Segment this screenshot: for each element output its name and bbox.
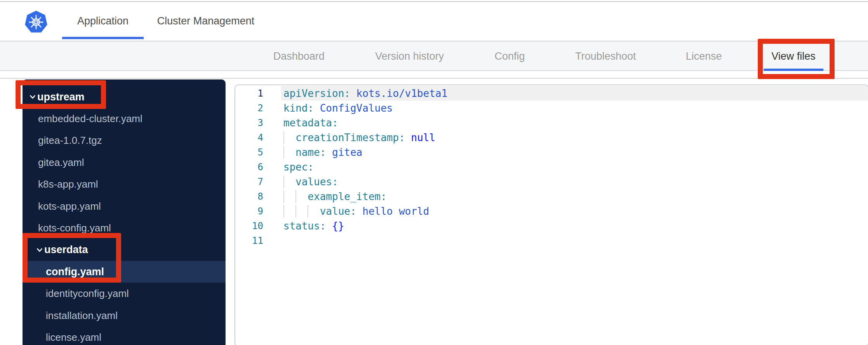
code-line[interactable]: 10status: {} (235, 219, 868, 233)
line-number: 6 (235, 160, 263, 174)
sidebar-item-gitea-yaml[interactable]: gitea.yaml (23, 152, 226, 173)
code-text: spec: (283, 160, 314, 174)
sidebar-item-label: kots-config.yaml (38, 222, 111, 234)
code-line[interactable]: 3metadata: (235, 116, 868, 130)
code-token-key: apiVersion: (283, 88, 350, 99)
code-lines: 1apiVersion: kots.io/v1beta12kind: Confi… (235, 86, 868, 248)
code-token-val: gitea (326, 147, 363, 158)
subnav-tab-version-history[interactable]: Version history (375, 41, 444, 71)
code-token-kw: null (405, 132, 435, 143)
sidebar-item-license-yaml[interactable]: license.yaml (23, 326, 226, 345)
sidebar-item-k8s-app-yaml[interactable]: k8s-app.yaml (23, 174, 226, 195)
line-number: 4 (235, 130, 263, 145)
subnav-tab-config[interactable]: Config (495, 41, 525, 71)
subnav-tab-view-files[interactable]: View files (771, 41, 816, 71)
sidebar-item-identityconfig-yaml[interactable]: identityconfig.yaml (23, 283, 226, 305)
topbar: Application Cluster Management (0, 2, 868, 41)
subnav: DashboardVersion historyConfigTroublesho… (0, 41, 868, 71)
code-line[interactable]: 6spec: (235, 160, 868, 174)
line-number: 1 (235, 86, 263, 101)
code-token-val: kots.io/v1beta1 (350, 88, 447, 99)
chevron-down-icon (29, 93, 36, 101)
code-token-val: hello world (356, 205, 429, 217)
line-number: 5 (235, 145, 263, 160)
code-text: apiVersion: kots.io/v1beta1 (283, 86, 448, 101)
code-token-key: kind: (283, 102, 314, 114)
code-token-key: creationTimestamp: (283, 132, 405, 143)
file-tree-sidebar: upstreamembedded-cluster.yamlgitea-1.0.7… (23, 79, 226, 345)
code-token-plain (326, 220, 332, 232)
sidebar-item-label: installation.yaml (46, 310, 118, 322)
code-line[interactable]: 9 value: hello world (235, 204, 868, 219)
sidebar-item-kots-app-yaml[interactable]: kots-app.yaml (23, 195, 226, 217)
code-text: status: {} (283, 219, 344, 233)
code-line[interactable]: 1apiVersion: kots.io/v1beta1 (235, 86, 868, 101)
chevron-down-icon (36, 246, 43, 254)
subnav-tab-troubleshoot[interactable]: Troubleshoot (575, 41, 636, 71)
file-editor[interactable]: 1apiVersion: kots.io/v1beta12kind: Confi… (234, 85, 868, 345)
subnav-tab-license[interactable]: License (686, 41, 722, 71)
sidebar-item-label: kots-app.yaml (38, 200, 101, 212)
sidebar-item-embedded-cluster-yaml[interactable]: embedded-cluster.yaml (23, 108, 226, 129)
subnav-tab-dashboard[interactable]: Dashboard (273, 41, 325, 71)
subnav-bottom-border (0, 78, 868, 79)
sidebar-item-label: k8s-app.yaml (38, 178, 98, 190)
code-text: values: (283, 174, 338, 189)
code-text: creationTimestamp: null (283, 130, 435, 145)
topbar-tab-cluster-management[interactable]: Cluster Management (148, 2, 264, 40)
line-number: 9 (235, 204, 263, 219)
code-token-kw: {} (332, 220, 344, 232)
sidebar-item-label: gitea-1.0.7.tgz (38, 135, 102, 147)
code-token-key: values: (283, 176, 338, 188)
code-token-key: spec: (283, 161, 314, 173)
line-number: 10 (235, 219, 263, 233)
sidebar-item-label: userdata (44, 244, 88, 256)
code-text: example_item: (283, 189, 387, 204)
code-text: kind: ConfigValues (283, 101, 393, 116)
sidebar-item-label: embedded-cluster.yaml (38, 113, 142, 125)
sidebar-item-label: license.yaml (46, 331, 101, 343)
sidebar-item-label: upstream (37, 91, 85, 103)
sidebar-item-config-yaml[interactable]: config.yaml (23, 261, 226, 283)
line-number: 7 (235, 174, 263, 189)
code-line[interactable]: 8 example_item: (235, 189, 868, 204)
code-token-key: name: (283, 147, 326, 158)
code-token-key: metadata: (283, 117, 338, 129)
sidebar-item-label: config.yaml (46, 266, 104, 278)
code-text: value: hello world (283, 204, 429, 219)
topbar-tab-application[interactable]: Application (62, 2, 144, 40)
sidebar-item-label: identityconfig.yaml (46, 288, 129, 300)
sidebar-item-label: gitea.yaml (38, 157, 84, 169)
sidebar-item-installation-yaml[interactable]: installation.yaml (23, 305, 226, 326)
line-number: 3 (235, 116, 263, 130)
kubernetes-logo-icon (25, 10, 47, 33)
sidebar-item-upstream[interactable]: upstream (23, 86, 226, 108)
line-number: 11 (235, 233, 263, 248)
code-line[interactable]: 5 name: gitea (235, 145, 868, 160)
sidebar-item-gitea-1-0-7-tgz[interactable]: gitea-1.0.7.tgz (23, 130, 226, 152)
code-token-key: example_item: (283, 191, 387, 202)
code-line[interactable]: 4 creationTimestamp: null (235, 130, 868, 145)
code-token-key: status: (283, 220, 326, 232)
sidebar-item-kots-config-yaml[interactable]: kots-config.yaml (23, 217, 226, 239)
line-number: 2 (235, 101, 263, 116)
code-text: metadata: (283, 116, 338, 130)
sidebar-item-userdata[interactable]: userdata (23, 239, 226, 261)
code-token-key: value: (283, 205, 356, 217)
code-line[interactable]: 2kind: ConfigValues (235, 101, 868, 116)
line-number: 8 (235, 189, 263, 204)
code-line[interactable]: 7 values: (235, 174, 868, 189)
code-text: name: gitea (283, 145, 363, 160)
code-line[interactable]: 11 (235, 233, 868, 248)
code-token-val: ConfigValues (314, 102, 393, 114)
